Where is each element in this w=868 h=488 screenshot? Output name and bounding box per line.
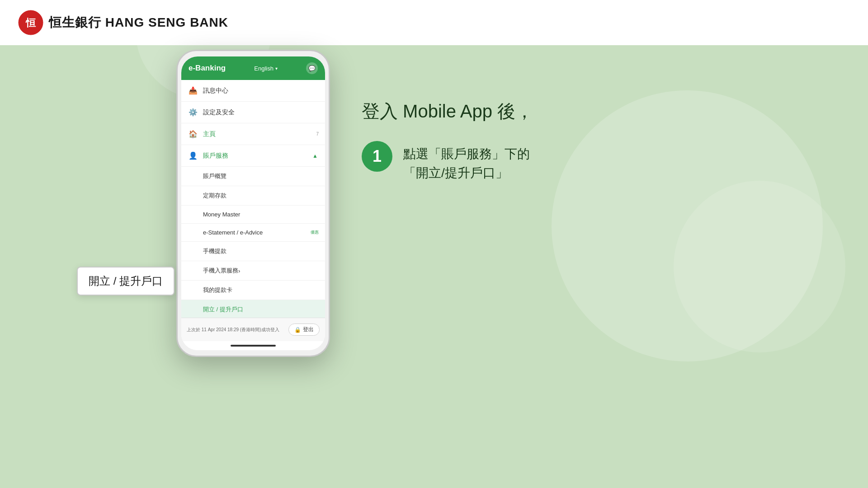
logout-button[interactable]: 🔒 登出: [288, 324, 320, 336]
language-label: English: [254, 65, 274, 72]
money-master-label: Money Master: [203, 211, 240, 218]
chevron-right-icon: ›: [238, 267, 240, 274]
step-text: 點選「賬戶服務」下的「開立/提升戶口」: [403, 141, 530, 183]
overview-label: 賬戶概覽: [203, 172, 226, 180]
menu-list: 📥 訊息中心 ⚙️ 設定及安全 🏠 主頁 7 👤 賬戶服務: [181, 80, 325, 318]
inbox-label: 訊息中心: [203, 87, 228, 95]
my-card-label: 我的提款卡: [203, 286, 232, 294]
chevron-up-icon: ▲: [312, 153, 318, 159]
fixed-deposit-label: 定期存款: [203, 192, 226, 200]
accounts-label: 賬戶服務: [203, 152, 228, 160]
account-icon: 👤: [189, 151, 198, 160]
app-header: e-Banking English ▾ 💬: [181, 56, 325, 80]
submenu-item-fixed-deposit[interactable]: 定期存款: [181, 186, 325, 206]
submenu-item-overview[interactable]: 賬戶概覽: [181, 167, 325, 186]
home-label: 主頁: [203, 130, 216, 138]
home-bar: [231, 345, 276, 347]
app-title: e-Banking: [189, 64, 226, 73]
hang-seng-logo-icon: 恒: [18, 10, 43, 35]
submenu-item-mobile-transfer[interactable]: 手機提款: [181, 242, 325, 261]
submenu-item-my-card[interactable]: 我的提款卡: [181, 281, 325, 300]
tooltip-callout: 開立 / 提升戶口: [77, 267, 175, 296]
app-bottom-bar: 上次於 11 Apr 2024 18:29 (香港時間)成功登入 🔒 登出: [181, 318, 325, 341]
phone-frame: e-Banking English ▾ 💬 📥 訊息中心 ⚙️ 設定及安全: [176, 50, 330, 357]
submenu-item-open-account[interactable]: 開立 / 提升戶口: [181, 300, 325, 318]
submenu-item-money-master[interactable]: Money Master: [181, 206, 325, 224]
last-login-text: 上次於 11 Apr 2024 18:29 (香港時間)成功登入: [187, 327, 279, 333]
submenu-item-e-statement[interactable]: e-Statement / e-Advice 優惠: [181, 224, 325, 242]
mobile-transfer-label: 手機提款: [203, 247, 226, 255]
sidebar-item-home[interactable]: 🏠 主頁 7: [181, 123, 325, 145]
logout-label: 登出: [303, 326, 314, 333]
step-number-badge: 1: [362, 141, 392, 172]
submenu-item-cheque[interactable]: 手機入票服務 ›: [181, 261, 325, 281]
language-selector[interactable]: English ▾: [254, 65, 278, 72]
tooltip-label: 開立 / 提升戶口: [89, 275, 163, 287]
logo-text: 恒生銀行 HANG SENG BANK: [49, 14, 228, 31]
instruction-heading: 登入 Mobile App 後，: [362, 99, 678, 123]
header: 恒 恒生銀行 HANG SENG BANK: [0, 0, 868, 45]
open-account-label: 開立 / 提升戶口: [203, 305, 243, 314]
instructions-panel: 登入 Mobile App 後， 1 點選「賬戶服務」下的「開立/提升戶口」: [362, 99, 678, 183]
inbox-icon: 📥: [189, 86, 198, 95]
phone-mockup: e-Banking English ▾ 💬 📥 訊息中心 ⚙️ 設定及安全: [176, 50, 330, 357]
e-statement-badge: 優惠: [311, 230, 319, 235]
chevron-down-icon: ▾: [275, 66, 278, 71]
gear-icon: ⚙️: [189, 108, 198, 117]
cheque-label: 手機入票服務: [203, 267, 238, 275]
phone-screen: e-Banking English ▾ 💬 📥 訊息中心 ⚙️ 設定及安全: [181, 56, 325, 350]
sidebar-item-inbox[interactable]: 📥 訊息中心: [181, 80, 325, 102]
home-badge: 7: [316, 131, 319, 136]
settings-label: 設定及安全: [203, 108, 235, 117]
lock-icon: 🔒: [294, 327, 301, 333]
e-statement-label: e-Statement / e-Advice: [203, 229, 263, 236]
home-icon: 🏠: [189, 130, 198, 138]
sidebar-item-accounts[interactable]: 👤 賬戶服務 ▲: [181, 145, 325, 167]
logo-container: 恒 恒生銀行 HANG SENG BANK: [18, 10, 228, 35]
home-indicator: [181, 341, 325, 350]
sidebar-item-settings[interactable]: ⚙️ 設定及安全: [181, 102, 325, 123]
svg-text:恒: 恒: [25, 17, 36, 28]
instruction-step: 1 點選「賬戶服務」下的「開立/提升戶口」: [362, 141, 678, 183]
chat-icon[interactable]: 💬: [306, 62, 318, 74]
